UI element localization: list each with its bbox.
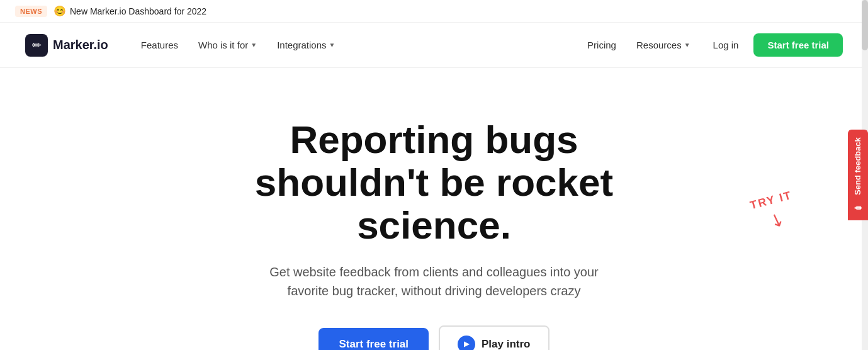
hero-section: Reporting bugs shouldn't be rocket scien… [0,68,868,350]
nav-who-is-it-for[interactable]: Who is it for ▼ [191,35,264,55]
integrations-dropdown-icon: ▼ [329,42,335,48]
news-emoji: 😊 [54,5,66,17]
hero-play-intro-button[interactable]: ▶ Play intro [439,325,549,350]
hero-start-trial-button[interactable]: Start free trial [318,328,429,350]
nav-integrations[interactable]: Integrations ▼ [269,35,342,55]
try-it-arrow-icon: ↘ [767,208,788,232]
navbar: ✏ Marker.io Features Who is it for ▼ Int… [0,23,868,68]
hero-title: Reporting bugs shouldn't be rocket scien… [214,118,655,247]
news-message: New Marker.io Dashboard for 2022 [70,6,206,16]
resources-dropdown-icon: ▼ [684,42,690,48]
nav-start-trial-button[interactable]: Start free trial [753,33,843,57]
play-icon: ▶ [458,336,475,350]
hero-buttons: Start free trial ▶ Play intro [318,325,549,350]
nav-features[interactable]: Features [133,35,186,55]
nav-pricing[interactable]: Pricing [580,35,624,55]
logo-icon: ✏ [25,34,48,57]
feedback-pencil-icon: ✏ [853,203,863,213]
try-it-text: TRY IT [748,189,793,213]
hero-subtitle: Get website feedback from clients and co… [258,262,611,300]
nav-right: Pricing Resources ▼ Log in Start free tr… [580,33,843,57]
send-feedback-tab[interactable]: ✏ Send feedback [848,130,868,220]
logo[interactable]: ✏ Marker.io [25,34,108,57]
nav-left: Features Who is it for ▼ Integrations ▼ [133,35,580,55]
nav-resources[interactable]: Resources ▼ [629,35,698,55]
scrollbar-thumb[interactable] [862,0,868,50]
try-it-annotation: TRY IT ↘ [750,194,792,230]
logo-name: Marker.io [53,38,108,52]
news-badge: NEWS [15,6,47,17]
news-text: 😊 New Marker.io Dashboard for 2022 [54,5,206,17]
nav-login[interactable]: Log in [703,35,749,55]
news-bar: NEWS 😊 New Marker.io Dashboard for 2022 [0,0,868,23]
who-dropdown-icon: ▼ [251,42,257,48]
send-feedback-label: Send feedback [854,137,863,195]
